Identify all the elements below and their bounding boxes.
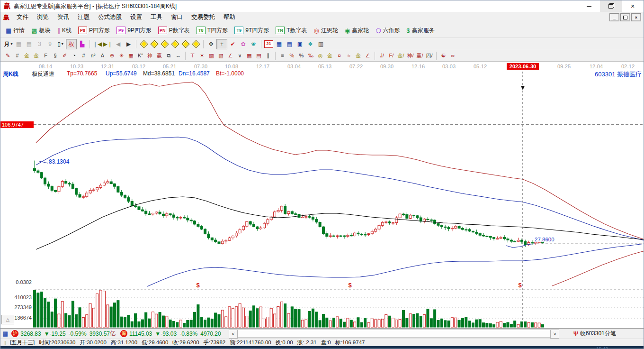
compare-9-tool-button[interactable]: 9 xyxy=(45,39,55,49)
draw-tool-9-button[interactable]: # xyxy=(79,52,88,60)
mdi-restore-button[interactable] xyxy=(620,13,630,21)
draw-tool-13-button[interactable]: ✳ xyxy=(117,52,126,60)
memo-tool-button[interactable]: ▤ xyxy=(285,39,295,49)
menu-item-设置[interactable]: 设置 xyxy=(126,13,146,21)
menu-item-资讯[interactable]: 资讯 xyxy=(53,13,73,21)
gann-diamond-tool-4-button[interactable] xyxy=(170,39,180,49)
toolbar-button-gann-wheel[interactable]: ◎江恩轮 xyxy=(311,27,341,35)
menu-item-公式选股[interactable]: 公式选股 xyxy=(94,13,126,21)
draw-tool-38-button[interactable]: ≈ xyxy=(344,52,353,60)
draw-tool-43-button[interactable]: F/ xyxy=(387,52,396,60)
draw-tool-16-button[interactable]: 神 xyxy=(145,52,154,60)
draw-tool-39-button[interactable]: 金 xyxy=(354,52,363,60)
rights-adjust-tool-button[interactable]: 权 xyxy=(66,39,77,49)
draw-tool-28-button[interactable]: ▤ xyxy=(254,52,263,60)
draw-tool-40-button[interactable]: ∠ xyxy=(363,52,372,60)
draw-tool-17-button[interactable]: 赢 xyxy=(155,52,164,60)
gann-diamond-tool-2-button[interactable] xyxy=(149,39,159,49)
draw-tool-36-button[interactable]: 金 xyxy=(325,52,334,60)
draw-tool-12-button[interactable]: ⊕ xyxy=(107,52,116,60)
draw-tool-5-button[interactable]: F xyxy=(41,52,50,60)
draw-tool-7-button[interactable]: ✐ xyxy=(60,52,69,60)
toolbar-button-p-table[interactable]: PNP数字表 xyxy=(155,27,193,35)
toolbar-button-winner-service[interactable]: $赢家服务 xyxy=(404,27,438,35)
menu-item-工具[interactable]: 工具 xyxy=(146,13,167,21)
scroll-left-button[interactable]: < xyxy=(229,330,238,339)
toolbar-button-9p-square[interactable]: P99P四方形 xyxy=(114,27,154,35)
goto-last-button-button[interactable]: ▶❘ xyxy=(103,39,113,49)
restore-button[interactable] xyxy=(600,0,622,12)
draw-tool-3-button[interactable]: 金 xyxy=(22,52,31,60)
mdi-close-button[interactable]: × xyxy=(631,13,641,21)
toolbar-button-p-square[interactable]: P8P四方形 xyxy=(75,27,113,35)
yinyang-tool-button[interactable]: ☯ xyxy=(439,52,448,60)
menu-item-文件[interactable]: 文件 xyxy=(12,13,33,21)
expand-volume-button[interactable]: △ xyxy=(1,315,14,324)
draw-tool-45-button[interactable]: 神/ xyxy=(406,52,415,60)
draw-tool-47-button[interactable]: 四/ xyxy=(425,52,434,60)
tick-feed-status[interactable]: Ψ 收603301分笔 xyxy=(573,329,616,339)
draw-tool-35-button[interactable]: ◎ xyxy=(316,52,325,60)
horizontal-scrollbar[interactable]: < > xyxy=(229,330,559,338)
draw-tool-33-button[interactable]: % xyxy=(297,52,306,60)
calculator-tool-button[interactable]: ▦ xyxy=(274,39,284,49)
period-month-dropdown-button[interactable]: 月▾ xyxy=(3,39,13,49)
draw-tool-42-button[interactable]: J/ xyxy=(377,52,386,60)
draw-tool-15-button[interactable]: K″ xyxy=(136,52,145,60)
hand-tool-button[interactable]: ✥ xyxy=(206,39,216,49)
draw-tool-8-button[interactable]: ◔ xyxy=(70,52,79,60)
mdi-minimize-button[interactable]: _ xyxy=(609,13,619,21)
toolbar-button-sectors[interactable]: ▩板块 xyxy=(28,27,53,35)
export-tool-button[interactable]: ❖ xyxy=(305,39,315,49)
menu-item-交易委托[interactable]: 交易委托 xyxy=(187,13,219,21)
draw-tool-23-button[interactable]: ▨ xyxy=(207,52,216,60)
draw-tool-21-button[interactable]: ⊤ xyxy=(188,52,197,60)
chart-area[interactable]: $$$ 08-1410-2312-3103-1205-2107-3010-081… xyxy=(0,62,644,328)
draw-tool-46-button[interactable]: 赢/ xyxy=(415,52,424,60)
menu-item-窗口[interactable]: 窗口 xyxy=(167,13,187,21)
toolbar-button-winner-wheel[interactable]: ◉赢家轮 xyxy=(342,27,372,35)
gann-diamond-tool-3-button[interactable] xyxy=(160,39,170,49)
save-tool-button[interactable]: ▣ xyxy=(295,39,305,49)
draw-tool-4-button[interactable]: 金 xyxy=(32,52,41,60)
color-volume-tool-button[interactable]: ▙ xyxy=(77,39,87,49)
draw-tool-32-button[interactable]: % xyxy=(287,52,296,60)
toolbar-button-quotes[interactable]: ▦行情 xyxy=(3,27,27,35)
draw-tool-6-button[interactable]: § xyxy=(51,52,60,60)
print-tool-button[interactable]: ▥ xyxy=(316,39,326,49)
draw-tool-44-button[interactable]: 金/ xyxy=(396,52,405,60)
page-next-button-button[interactable]: ▶ xyxy=(124,39,134,49)
kline-chart-canvas[interactable]: $$$ xyxy=(0,62,644,328)
toolbar-button-hexagon[interactable]: ⬡六角形 xyxy=(373,27,402,35)
scroll-track[interactable] xyxy=(238,330,550,338)
page-prev-button-button[interactable]: ◀ xyxy=(113,39,123,49)
toolbar-button-kline[interactable]: ∥K线 xyxy=(54,27,75,35)
toolbar-button-9t-square[interactable]: T99T四方形 xyxy=(232,27,272,35)
draw-tool-22-button[interactable]: ✶ xyxy=(197,52,206,60)
calendar-tool-button[interactable]: 21 xyxy=(264,39,274,49)
teal-marker-tool-button[interactable]: ❀ xyxy=(249,39,259,49)
draw-tool-10-button[interactable]: n² xyxy=(89,52,98,60)
draw-tool-2-button[interactable]: # xyxy=(13,52,22,60)
infinity-tool-button[interactable]: ∞ xyxy=(448,52,457,60)
menu-item-帮助[interactable]: 帮助 xyxy=(219,13,240,21)
draw-tool-25-button[interactable]: ∠ xyxy=(226,52,235,60)
pink-marker-tool-button[interactable]: ✿ xyxy=(238,39,248,49)
scroll-right-button[interactable]: > xyxy=(550,330,559,339)
draw-tool-26-button[interactable]: ∨ xyxy=(235,52,244,60)
flag-check-tool-button[interactable]: ✔ xyxy=(228,39,238,49)
gann-diamond-tool-1-button[interactable] xyxy=(139,39,149,49)
draw-tool-37-button[interactable]: ¤ xyxy=(335,52,344,60)
menu-item-浏览[interactable]: 浏览 xyxy=(33,13,53,21)
draw-tool-24-button[interactable]: ▧ xyxy=(216,52,225,60)
quote-grid-icon[interactable]: ▦ xyxy=(2,330,8,337)
compare-3-tool-button[interactable]: 3 xyxy=(35,39,45,49)
draw-tool-29-button[interactable]: ∥ xyxy=(264,52,273,60)
draw-tool-19-button[interactable]: ↔ xyxy=(174,52,183,60)
close-button[interactable]: × xyxy=(622,0,644,12)
draw-tool-1-button[interactable]: ✎ xyxy=(3,52,12,60)
draw-tool-11-button[interactable]: A xyxy=(98,52,107,60)
goto-first-button-button[interactable]: ❘◀ xyxy=(92,39,102,49)
gann-diamond-tool-5-button[interactable] xyxy=(180,39,190,49)
toolbar-button-t-table[interactable]: TNT数字表 xyxy=(273,27,310,35)
